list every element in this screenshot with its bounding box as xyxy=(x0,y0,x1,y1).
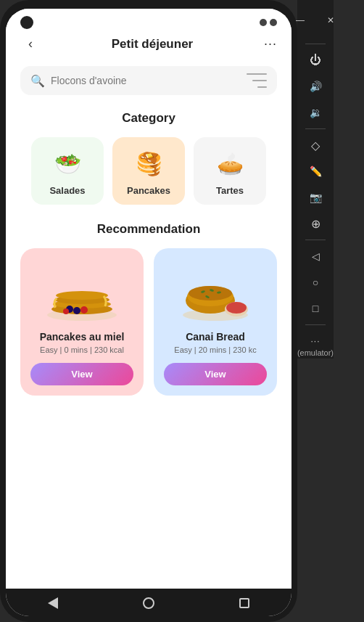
category-card-tartes[interactable]: 🥧 Tartes xyxy=(194,137,266,205)
status-bar xyxy=(6,9,291,29)
back-button[interactable]: ‹ xyxy=(20,36,41,52)
filter-line-2 xyxy=(252,80,267,81)
zoom-button[interactable]: ⊕ xyxy=(302,212,328,235)
home-nav-button[interactable] xyxy=(143,597,154,609)
salades-icon: 🥗 xyxy=(51,147,83,179)
tartes-label: Tartes xyxy=(216,185,244,196)
svg-point-7 xyxy=(80,306,88,314)
recommendation-grid: Pancakes au miel Easy | 0 mins | 230 kca… xyxy=(20,248,277,396)
status-right xyxy=(260,19,277,26)
pancakes-icon: 🥞 xyxy=(133,147,165,179)
rec-card-pancakes: Pancakes au miel Easy | 0 mins | 230 kca… xyxy=(20,248,144,396)
recommendation-section-title: Recommendation xyxy=(20,222,277,237)
nav-back-button[interactable]: ◁ xyxy=(302,245,328,268)
salades-label: Salades xyxy=(49,185,85,196)
pancakes-name: Pancakes au miel xyxy=(40,331,125,343)
volume-up-button[interactable]: 🔊 xyxy=(302,75,328,98)
back-nav-icon xyxy=(48,597,58,609)
pancakes-meta: Easy | 0 mins | 230 kcal xyxy=(40,345,124,354)
camera-dot xyxy=(20,16,33,29)
emulator-label: (emulator) xyxy=(297,348,334,357)
eraser-button[interactable]: ◇ xyxy=(302,134,328,157)
nav-home-button[interactable]: ○ xyxy=(302,271,328,294)
category-grid: 🥗 Salades 🥞 Pancakes 🥧 Tartes xyxy=(20,137,277,205)
pancakes-label: Pancakes xyxy=(127,185,170,196)
search-input[interactable] xyxy=(51,75,247,86)
svg-point-6 xyxy=(73,307,80,314)
right-toolbar: — ✕ ⏻ 🔊 🔉 ◇ ✏️ 📷 ⊕ ◁ ○ □ ··· (emulator) xyxy=(297,0,334,359)
search-icon: 🔍 xyxy=(30,74,45,88)
status-dot-2 xyxy=(270,19,277,26)
recent-nav-icon xyxy=(239,598,249,608)
pancakes-view-button[interactable]: View xyxy=(30,363,133,385)
minimize-button[interactable]: — xyxy=(287,9,313,32)
power-button[interactable]: ⏻ xyxy=(302,49,328,72)
close-button[interactable]: ✕ xyxy=(318,9,344,32)
pancakes-food-image xyxy=(42,258,122,324)
nav-recent-button[interactable]: □ xyxy=(302,297,328,320)
camera-button[interactable]: 📷 xyxy=(302,186,328,209)
header: ‹ Petit déjeuner ··· xyxy=(6,29,291,59)
filter-line-3 xyxy=(257,86,267,88)
category-card-salades[interactable]: 🥗 Salades xyxy=(31,137,104,205)
category-section-title: Category xyxy=(20,111,277,126)
tartes-icon: 🥧 xyxy=(214,147,246,179)
main-content: 🔍 Category 🥗 Salades 🥞 Pancakes xyxy=(6,59,291,589)
canai-name: Canai Bread xyxy=(186,331,245,343)
search-bar[interactable]: 🔍 xyxy=(20,66,277,95)
home-nav-icon xyxy=(143,597,154,609)
recent-nav-button[interactable] xyxy=(239,598,249,608)
canai-meta: Easy | 20 mins | 230 kc xyxy=(174,345,256,354)
status-dot-1 xyxy=(260,19,267,26)
bottom-navigation xyxy=(6,589,291,616)
more-options-button[interactable]: ··· xyxy=(264,36,277,52)
toolbar-divider-1 xyxy=(305,44,326,44)
filter-button[interactable] xyxy=(247,73,267,88)
category-card-pancakes[interactable]: 🥞 Pancakes xyxy=(112,137,185,205)
back-nav-button[interactable] xyxy=(48,597,58,609)
rec-card-canai: Canai Bread Easy | 20 mins | 230 kc View xyxy=(154,248,277,396)
svg-point-12 xyxy=(189,286,232,300)
edit-button[interactable]: ✏️ xyxy=(302,160,328,183)
page-title: Petit déjeuner xyxy=(112,37,193,52)
toolbar-divider-4 xyxy=(305,324,326,325)
toolbar-divider-2 xyxy=(305,128,326,129)
volume-down-button[interactable]: 🔉 xyxy=(302,101,328,124)
canai-food-image xyxy=(175,258,255,324)
canai-view-button[interactable]: View xyxy=(164,363,267,385)
svg-point-4 xyxy=(56,291,108,300)
filter-line-1 xyxy=(247,73,267,75)
svg-point-18 xyxy=(226,302,247,314)
svg-point-8 xyxy=(63,308,69,314)
toolbar-divider-3 xyxy=(305,240,326,240)
